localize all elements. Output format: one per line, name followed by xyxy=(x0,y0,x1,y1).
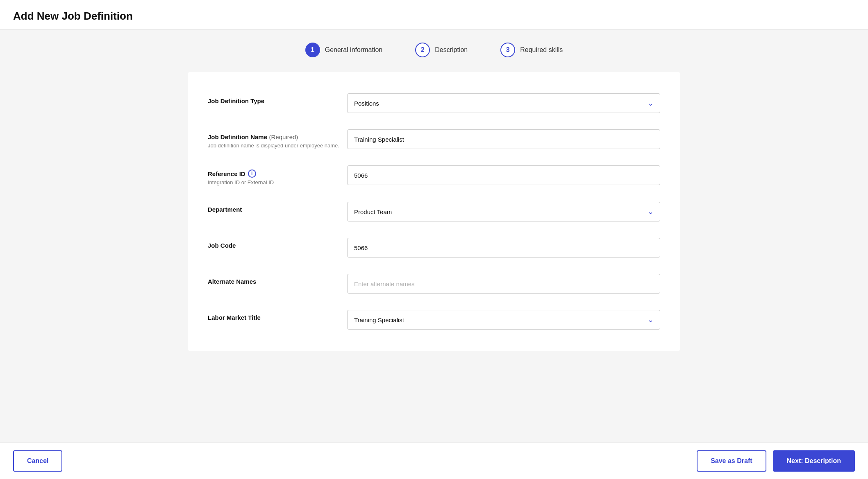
step-1: 1 General information xyxy=(305,43,383,57)
steps-bar: 1 General information 2 Description 3 Re… xyxy=(0,43,868,57)
step-3-label: Required skills xyxy=(520,46,563,54)
form-row-reference-id: Reference ID i Integration ID or Externa… xyxy=(208,157,660,194)
form-row-job-definition-name: Job Definition Name (Required) Job defin… xyxy=(208,121,660,157)
labor-market-title-select[interactable]: Training Specialist HR Specialist Operat… xyxy=(347,310,660,330)
step-3-number: 3 xyxy=(506,46,510,54)
alternate-names-input[interactable] xyxy=(347,274,660,294)
step-3-circle: 3 xyxy=(500,43,515,57)
step-1-circle: 1 xyxy=(305,43,320,57)
step-2: 2 Description xyxy=(415,43,468,57)
step-2-circle: 2 xyxy=(415,43,430,57)
label-job-code: Job Code xyxy=(208,242,236,249)
label-job-definition-type: Job Definition Type xyxy=(208,97,264,104)
step-2-label: Description xyxy=(435,46,468,54)
label-jdn-required: (Required) xyxy=(269,133,298,140)
form-row-job-definition-type: Job Definition Type Positions Roles Job … xyxy=(208,85,660,121)
form-row-job-code: Job Code xyxy=(208,230,660,266)
label-ref-id-text: Reference ID xyxy=(208,170,245,177)
job-code-input[interactable] xyxy=(347,238,660,258)
page-wrapper: Add New Job Definition 1 General informa… xyxy=(0,0,868,479)
form-row-labor-market-title: Labor Market Title Training Specialist H… xyxy=(208,302,660,338)
job-definition-type-wrapper: Positions Roles Job Families ⌄ xyxy=(347,93,660,113)
page-title: Add New Job Definition xyxy=(13,10,855,23)
cancel-button[interactable]: Cancel xyxy=(13,450,62,472)
info-icon: i xyxy=(248,169,256,178)
main-content: 1 General information 2 Description 3 Re… xyxy=(0,29,868,479)
label-reference-id: Reference ID i xyxy=(208,169,256,178)
label-jdn-main: Job Definition Name xyxy=(208,133,267,140)
save-draft-button[interactable]: Save as Draft xyxy=(697,450,766,472)
footer-bar: Cancel Save as Draft Next: Description xyxy=(0,443,868,479)
label-job-definition-name: Job Definition Name (Required) xyxy=(208,133,347,141)
next-button[interactable]: Next: Description xyxy=(773,450,855,472)
label-department: Department xyxy=(208,206,242,213)
department-select[interactable]: Product Team Engineering HR Finance xyxy=(347,202,660,221)
form-container: Job Definition Type Positions Roles Job … xyxy=(188,72,680,351)
page-header: Add New Job Definition xyxy=(0,0,868,29)
step-2-number: 2 xyxy=(421,46,425,54)
label-alternate-names: Alternate Names xyxy=(208,278,256,285)
step-3: 3 Required skills xyxy=(500,43,563,57)
form-row-alternate-names: Alternate Names xyxy=(208,266,660,302)
footer-right: Save as Draft Next: Description xyxy=(697,450,855,472)
job-definition-type-select[interactable]: Positions Roles Job Families xyxy=(347,93,660,113)
form-row-department: Department Product Team Engineering HR F… xyxy=(208,194,660,230)
hint-job-definition-name: Job definition name is displayed under e… xyxy=(208,142,347,149)
step-1-label: General information xyxy=(325,46,383,54)
job-definition-name-input[interactable] xyxy=(347,129,660,149)
step-1-number: 1 xyxy=(311,46,314,54)
reference-id-input[interactable] xyxy=(347,165,660,185)
label-labor-market-title: Labor Market Title xyxy=(208,314,261,321)
department-wrapper: Product Team Engineering HR Finance ⌄ xyxy=(347,202,660,221)
labor-market-title-wrapper: Training Specialist HR Specialist Operat… xyxy=(347,310,660,330)
hint-reference-id: Integration ID or External ID xyxy=(208,179,347,185)
